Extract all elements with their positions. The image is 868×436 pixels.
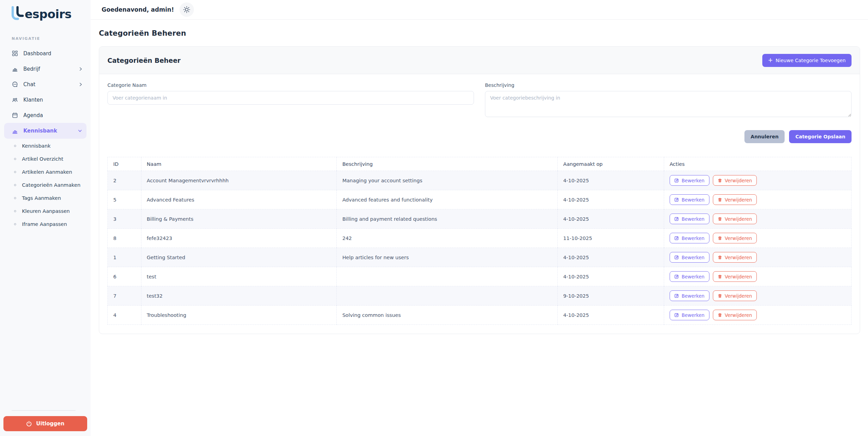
plus-icon: + — [768, 57, 773, 63]
row-actions: BewerkenVerwijderen — [670, 267, 846, 286]
cell-name: Getting Started — [141, 248, 337, 267]
new-category-button[interactable]: + Nieuwe Categorie Toevoegen — [762, 54, 852, 67]
trash-icon — [718, 255, 722, 260]
sidebar-item-chat[interactable]: Chat — [0, 77, 91, 92]
submenu-item-kleuren-aanpassen[interactable]: Kleuren Aanpassen — [0, 205, 91, 218]
chevron-right-icon — [78, 82, 83, 87]
cell-description — [337, 267, 558, 286]
category-name-input[interactable] — [107, 91, 474, 105]
cell-created: 4-10-2025 — [558, 248, 664, 267]
sidebar-item-agenda[interactable]: Agenda — [0, 107, 91, 123]
delete-button[interactable]: Verwijderen — [713, 233, 757, 243]
delete-button[interactable]: Verwijderen — [713, 310, 757, 320]
cell-actions: BewerkenVerwijderen — [664, 306, 851, 325]
sidebar-item-label: Klanten — [23, 97, 83, 103]
brand-logo[interactable]: espoirs — [0, 0, 91, 22]
edit-button[interactable]: Bewerken — [670, 252, 709, 263]
column-header-beschrijving: Beschrijving — [337, 157, 558, 171]
sidebar: espoirs NAVIGATIE DashboardBedrijfChatKl… — [0, 0, 91, 436]
sidebar-item-kennisbank[interactable]: Kennisbank — [4, 123, 86, 139]
new-category-label: Nieuwe Categorie Toevoegen — [776, 58, 846, 63]
sidebar-item-bedrijf[interactable]: Bedrijf — [0, 61, 91, 77]
submenu-item-kennisbank[interactable]: Kennisbank — [0, 139, 91, 152]
edit-icon — [674, 178, 679, 183]
sidebar-footer: Uitloggen — [0, 410, 91, 431]
category-name-label: Categorie Naam — [107, 82, 474, 88]
brand-mark-icon — [10, 6, 24, 22]
trash-icon — [718, 178, 722, 183]
trash-icon — [718, 294, 722, 298]
description-field-group: Beschrijving — [485, 82, 852, 118]
description-textarea[interactable] — [485, 91, 852, 117]
cell-id: 5 — [108, 190, 141, 209]
cell-description: 242 — [337, 229, 558, 248]
cell-id: 4 — [108, 306, 141, 325]
card-body: Categorie Naam Beschrijving Annuleren Ca… — [99, 74, 860, 334]
delete-button[interactable]: Verwijderen — [713, 252, 757, 263]
trash-icon — [718, 236, 722, 240]
cell-name: Advanced Features — [141, 190, 337, 209]
row-actions: BewerkenVerwijderen — [670, 209, 846, 228]
submenu-item-label: Artikelen Aanmaken — [22, 169, 72, 175]
theme-toggle-button[interactable] — [180, 2, 194, 17]
cell-actions: BewerkenVerwijderen — [664, 267, 851, 286]
category-card: Categorieën Beheer + Nieuwe Categorie To… — [99, 46, 860, 334]
edit-button[interactable]: Bewerken — [670, 271, 709, 282]
grid-icon — [12, 50, 18, 57]
name-field-group: Categorie Naam — [107, 82, 474, 118]
submenu-item-artikelen-aanmaken[interactable]: Artikelen Aanmaken — [0, 165, 91, 179]
cell-name: test — [141, 267, 337, 286]
sidebar-item-label: Kennisbank — [23, 128, 72, 134]
edit-button-label: Bewerken — [682, 216, 705, 222]
description-label: Beschrijving — [485, 82, 852, 88]
edit-button[interactable]: Bewerken — [670, 214, 709, 224]
main-area: Goedenavond, admin! Categorieën Beheren — [91, 0, 868, 436]
table-row: 5Advanced FeaturesAdvanced features and … — [108, 190, 852, 209]
edit-button[interactable]: Bewerken — [670, 290, 709, 301]
cell-name: fefe32423 — [141, 229, 337, 248]
page-content: Categorieën Beheren Categorieën Beheer +… — [91, 20, 868, 334]
delete-button[interactable]: Verwijderen — [713, 271, 757, 282]
cell-actions: BewerkenVerwijderen — [664, 190, 851, 209]
delete-button-label: Verwijderen — [725, 236, 752, 241]
delete-button-label: Verwijderen — [725, 197, 752, 203]
edit-button[interactable]: Bewerken — [670, 175, 709, 186]
delete-button[interactable]: Verwijderen — [713, 214, 757, 224]
edit-button-label: Bewerken — [682, 274, 705, 279]
edit-button-label: Bewerken — [682, 236, 705, 241]
delete-button[interactable]: Verwijderen — [713, 194, 757, 205]
logout-button[interactable]: Uitloggen — [3, 416, 87, 431]
save-category-button[interactable]: Categorie Opslaan — [789, 130, 852, 143]
edit-button[interactable]: Bewerken — [670, 194, 709, 205]
cell-name: Account Managementvrvrvrhhhh — [141, 171, 337, 190]
cell-id: 8 — [108, 229, 141, 248]
sidebar-section-label: NAVIGATIE — [12, 36, 91, 41]
cell-name: test32 — [141, 286, 337, 306]
sidebar-item-klanten[interactable]: Klanten — [0, 92, 91, 107]
topbar: Goedenavond, admin! — [91, 0, 868, 20]
delete-button[interactable]: Verwijderen — [713, 290, 757, 301]
column-header-id: ID — [108, 157, 141, 171]
edit-icon — [674, 294, 679, 298]
submenu-item-label: Kleuren Aanpassen — [22, 208, 70, 214]
edit-button[interactable]: Bewerken — [670, 233, 709, 243]
submenu-item-label: Tags Aanmaken — [22, 195, 61, 201]
sidebar-item-label: Agenda — [23, 112, 83, 118]
submenu-item-tags-aanmaken[interactable]: Tags Aanmaken — [0, 192, 91, 205]
submenu-item-label: Kennisbank — [22, 143, 50, 149]
cell-actions: BewerkenVerwijderen — [664, 248, 851, 267]
category-form: Categorie Naam Beschrijving — [107, 82, 852, 118]
cell-actions: BewerkenVerwijderen — [664, 171, 851, 190]
sidebar-divider — [12, 410, 76, 411]
submenu-item-iframe-aanpassen[interactable]: Iframe Aanpassen — [0, 218, 91, 231]
cancel-button[interactable]: Annuleren — [744, 130, 785, 143]
submenu-item-categorie-n-aanmaken[interactable]: Categorieën Aanmaken — [0, 179, 91, 192]
cell-created: 4-10-2025 — [558, 306, 664, 325]
edit-button[interactable]: Bewerken — [670, 310, 709, 320]
edit-icon — [674, 255, 679, 260]
sidebar-item-dashboard[interactable]: Dashboard — [0, 46, 91, 61]
bullet-icon — [14, 184, 16, 186]
sun-icon — [183, 6, 190, 13]
submenu-item-artikel-overzicht[interactable]: Artikel Overzicht — [0, 152, 91, 165]
delete-button[interactable]: Verwijderen — [713, 175, 757, 186]
